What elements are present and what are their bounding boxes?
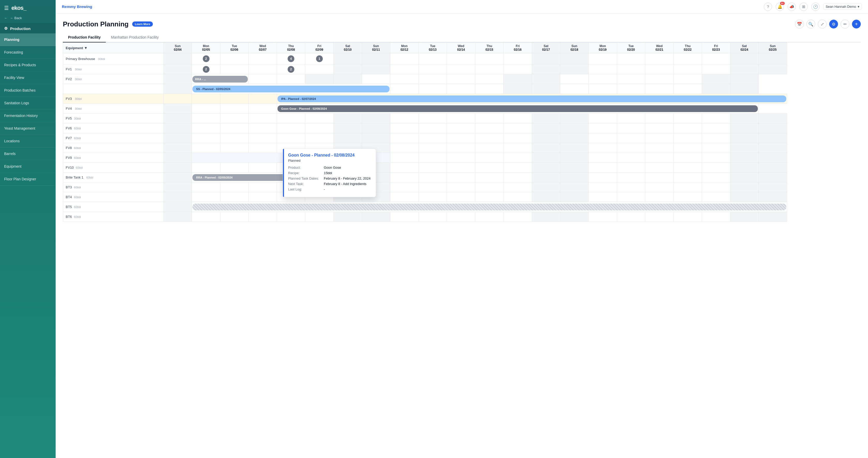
col-0211-sun: Sun02/11 (362, 43, 390, 53)
row-fv2-ss: SS - Planned - 02/05/2024 (63, 84, 787, 94)
col-0223-fri: Fri02/23 (702, 43, 731, 53)
sidebar-item-sanitation-logs[interactable]: Sanitation Logs (0, 97, 56, 110)
zoom-button[interactable]: 🔍 (806, 20, 815, 28)
col-0224-sat: Sat02/24 (730, 43, 758, 53)
col-0204-sun: Sun02/04 (163, 43, 192, 53)
row-bt3: BT360bbl (63, 182, 787, 192)
cell-fv2-rra[interactable]: RRA - ... (192, 74, 249, 84)
row-bt4: BT460bbl (63, 192, 787, 202)
col-0222-thu: Thu02/22 (674, 43, 702, 53)
apps-icon[interactable]: ⊞ (800, 3, 808, 11)
cell-0208-brewhouse[interactable]: 4 (277, 53, 305, 64)
badge-2-fv1[interactable]: 2 (203, 66, 210, 73)
col-0208-thu: Thu02/08 (277, 43, 305, 53)
topnav: Remmy Brewing ? 🔔 9+ 📣 ⊞ 🕐 Sean Hannah D… (56, 0, 868, 13)
equipment-name-primary-brewhouse: Primary Brewhouse 30bbl (63, 53, 164, 64)
tooltip-nexttask-row: Next Task: February 8 - Add Ingredients (288, 182, 371, 186)
filter-button[interactable]: ⚙ (829, 20, 838, 28)
tab-production-facility[interactable]: Production Facility (63, 33, 106, 42)
tab-manhattan[interactable]: Manhattan Production Facility (106, 33, 164, 42)
row-fv7: FV760bbl (63, 133, 787, 143)
help-icon[interactable]: ? (764, 3, 772, 11)
cell-0209-brewhouse[interactable]: 1 (305, 53, 334, 64)
page-header: Production Planning Learn More 📅 🔍 ⤢ ⚙ ✏… (63, 20, 861, 28)
tooltip-popup: Goon Gose - Planned - 02/08/2024 Planned… (283, 149, 376, 197)
tooltip-nexttask-value: February 8 - Add Ingredients (324, 182, 367, 186)
history-icon[interactable]: 🕐 (811, 3, 819, 11)
bar-ipa-fv3[interactable]: IPA - Planned - 02/07/2024 (278, 95, 786, 102)
expand-button[interactable]: ⤢ (818, 20, 827, 28)
equipment-name-brite1: Brite Tank 1 60bbl (63, 173, 164, 182)
col-0220-tue: Tue02/20 (617, 43, 645, 53)
cell-fv3-ipa-bar[interactable]: IPA - Planned - 02/07/2024 (277, 94, 787, 104)
sidebar-item-equipment[interactable]: Equipment (0, 160, 56, 173)
equipment-column-header[interactable]: Equipment ▼ (63, 43, 164, 53)
edit-button[interactable]: ✏ (841, 20, 849, 28)
page-title-row: Production Planning Learn More (63, 20, 153, 28)
sidebar-header: ☰ ekos_ (0, 0, 56, 14)
tooltip-status: Planned (288, 159, 371, 162)
tooltip-product-label: Product: (288, 165, 322, 170)
sidebar-item-yeast-management[interactable]: Yeast Management (0, 122, 56, 135)
logo: ekos_ (11, 5, 26, 11)
megaphone-icon[interactable]: 📣 (787, 3, 796, 11)
badge-2-fv1-0208[interactable]: 2 (288, 66, 294, 73)
tooltip-lastlog-row: Last Log: - (288, 187, 371, 191)
sidebar-item-facility-view[interactable]: Facility View (0, 71, 56, 84)
cell-fv2-ss-bar[interactable]: SS - Planned - 02/05/2024 (192, 84, 390, 94)
row-fv6: FV660bbl (63, 123, 787, 133)
cell-0205-brewhouse[interactable]: 2 (192, 53, 220, 64)
cell-0204-brewhouse (163, 53, 192, 64)
sidebar-item-barrels[interactable]: Barrels (0, 148, 56, 160)
topnav-right: ? 🔔 9+ 📣 ⊞ 🕐 Sean Hannah Demo ▾ (764, 3, 862, 11)
cell-fv4-goongose-bar[interactable]: Goon Gose - Planned - 02/08/2024 (277, 104, 758, 114)
badge-4-0208[interactable]: 4 (288, 55, 294, 62)
back-button[interactable]: ← ← Back (0, 14, 56, 23)
row-bt5: BT560bbl (63, 202, 787, 212)
gantt-container[interactable]: Equipment ▼ Sun02/04 Mon02/05 Tue02/06 W… (63, 42, 861, 458)
back-arrow-icon: ← (4, 16, 7, 20)
col-0205-mon: Mon02/05 (192, 43, 220, 53)
add-button[interactable]: + (852, 20, 861, 28)
user-name: Sean Hannah Demo (826, 5, 856, 8)
badge-1-0209[interactable]: 1 (316, 55, 323, 62)
menu-icon[interactable]: ☰ (4, 5, 9, 11)
calendar-view-button[interactable]: 📅 (795, 20, 804, 28)
gantt-table: Equipment ▼ Sun02/04 Mon02/05 Tue02/06 W… (63, 42, 787, 222)
equipment-name-fv4: FV4 30bbl (63, 104, 164, 114)
notifications-icon[interactable]: 🔔 9+ (776, 3, 784, 11)
col-0216-fri: Fri02/16 (503, 43, 532, 53)
equipment-name-fv3: FV3 30bbl (63, 94, 164, 104)
row-fv1: FV1 30bbl 2 2 (63, 64, 787, 74)
production-icon: ⚙ (4, 26, 7, 31)
tooltip-product-row: Product: Goon Gose (288, 165, 371, 170)
learn-more-button[interactable]: Learn More (132, 22, 153, 27)
sidebar: ☰ ekos_ ← ← Back ⚙ Production Planning F… (0, 0, 56, 458)
tooltip-accent-bar (283, 149, 284, 197)
sidebar-item-locations[interactable]: Locations (0, 135, 56, 148)
sidebar-item-fermentation-history[interactable]: Fermentation History (0, 110, 56, 122)
sidebar-item-recipes-products[interactable]: Recipes & Products (0, 59, 56, 71)
sidebar-item-planning[interactable]: Planning (0, 33, 56, 46)
sidebar-section-production: ⚙ Production (0, 23, 56, 33)
bar-stripe-bt5[interactable] (192, 204, 786, 210)
tooltip-recipe-row: Recipe: 15bbl (288, 171, 371, 175)
col-0219-mon: Mon02/19 (588, 43, 617, 53)
sidebar-item-forecasting[interactable]: Forecasting (0, 46, 56, 59)
sidebar-item-floor-plan-designer[interactable]: Floor Plan Designer (0, 173, 56, 186)
col-0214-wed: Wed02/14 (447, 43, 475, 53)
tooltip-lastlog-label: Last Log: (288, 187, 322, 191)
content-area: Production Planning Learn More 📅 🔍 ⤢ ⚙ ✏… (56, 13, 868, 458)
row-bt6: BT660bbl (63, 212, 787, 222)
user-chevron-icon: ▾ (858, 5, 860, 8)
col-0225-sun: Sun02/25 (758, 43, 787, 53)
badge-2-0205[interactable]: 2 (203, 55, 210, 62)
row-fv2: FV2 30bbl RRA - ... (63, 74, 787, 84)
col-0206-tue: Tue02/06 (220, 43, 249, 53)
user-menu[interactable]: Sean Hannah Demo ▾ (823, 3, 862, 10)
bar-goongose-fv4[interactable]: Goon Gose - Planned - 02/08/2024 (278, 105, 758, 112)
bar-ss-fv2[interactable]: SS - Planned - 02/05/2024 (192, 86, 390, 92)
bar-rra-fv2[interactable]: RRA - ... (192, 76, 248, 83)
sidebar-item-production-batches[interactable]: Production Batches (0, 84, 56, 97)
col-0221-wed: Wed02/21 (645, 43, 674, 53)
